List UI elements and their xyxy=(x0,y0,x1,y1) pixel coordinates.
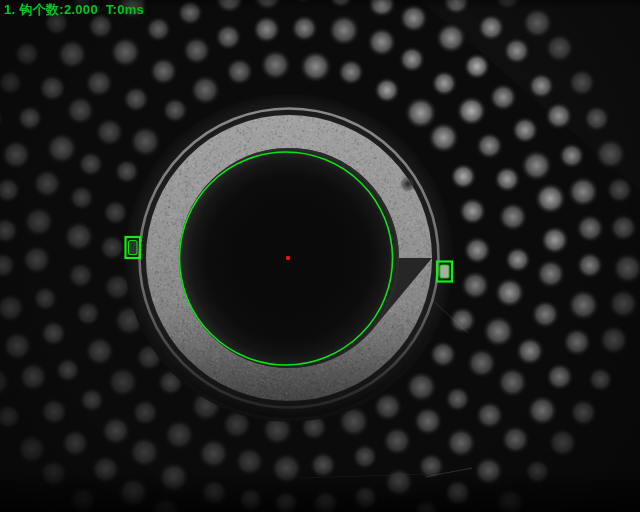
status-text: 1. 钩个数:2.000 T:0ms xyxy=(4,1,144,19)
camera-image xyxy=(0,0,640,512)
vision-viewport: 1. 钩个数:2.000 T:0ms xyxy=(0,0,640,512)
